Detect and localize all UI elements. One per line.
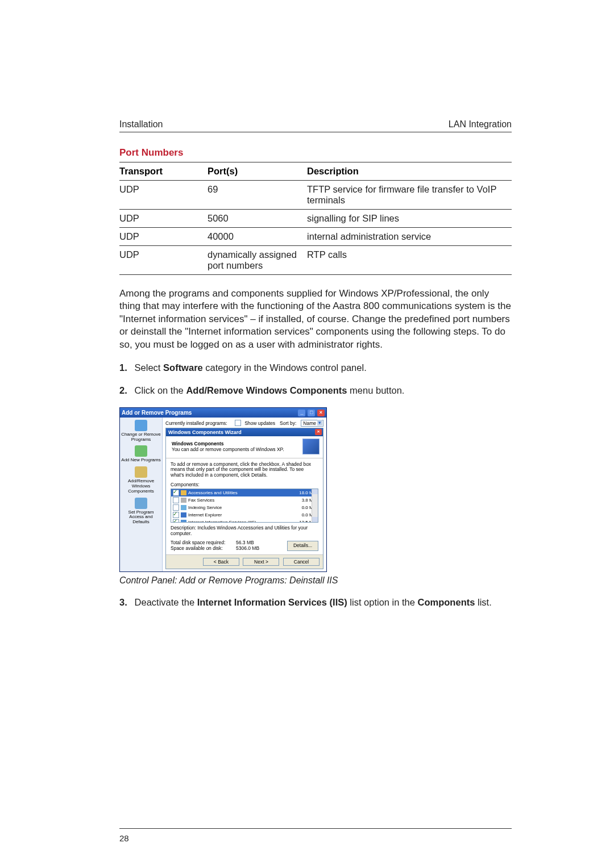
page-footer: 28 — [119, 828, 512, 843]
table-header: Transport — [119, 162, 208, 181]
list-item-label: Internet Explorer — [188, 512, 222, 518]
checkbox-icon[interactable] — [173, 504, 179, 511]
cell: TFTP service for firmware file transfer … — [307, 181, 512, 210]
back-button[interactable]: < Back — [203, 558, 239, 566]
cell: 5060 — [208, 210, 307, 228]
sortby-label: Sort by: — [280, 420, 296, 426]
show-updates-checkbox[interactable] — [235, 420, 241, 426]
list-item[interactable]: Indexing Service 0.0 MB — [171, 504, 318, 511]
fax-icon — [181, 498, 186, 503]
step-text: list option in the — [347, 597, 418, 607]
step-text: category in the Windows control panel. — [203, 362, 367, 373]
wizard-titlebar[interactable]: Windows Components Wizard × — [166, 428, 323, 436]
step-text: menu button. — [347, 385, 405, 395]
figure-caption: Control Panel: Add or Remove Programs: D… — [119, 575, 512, 586]
table-row: UDP 69 TFTP service for firmware file tr… — [119, 181, 512, 210]
checkbox-icon[interactable] — [173, 519, 179, 523]
windows-components-wizard: Windows Components Wizard × Windows Comp… — [165, 428, 323, 569]
checkbox-icon[interactable] — [173, 490, 179, 496]
header-right: LAN Integration — [449, 119, 512, 130]
close-icon[interactable]: × — [317, 410, 325, 416]
step-text: Select — [135, 362, 163, 373]
window-title: Add or Remove Programs — [122, 410, 192, 416]
cell: UDP — [119, 228, 208, 246]
show-updates-label: Show updates — [244, 420, 275, 426]
installed-label: Currently installed programs: — [165, 420, 227, 426]
arp-sidebar: Change or Remove Programs Add New Progra… — [120, 418, 163, 571]
table-row: UDP dynamically assigned port numbers RT… — [119, 246, 512, 275]
wizard-title: Windows Components Wizard — [168, 429, 242, 435]
cancel-button[interactable]: Cancel — [283, 558, 320, 566]
list-item[interactable]: Accessories and Utilities 18.0 MB — [171, 489, 318, 496]
disk-avail-label: Space available on disk: — [171, 545, 236, 551]
list-item[interactable]: Internet Explorer 0.0 MB — [171, 511, 318, 519]
scrollbar[interactable] — [312, 489, 318, 522]
sidebar-item-label: Change or Remove Programs — [121, 432, 160, 442]
next-button[interactable]: Next > — [243, 558, 279, 566]
step-bold: Software — [163, 362, 203, 373]
table-row: UDP 5060 signalling for SIP lines — [119, 210, 512, 228]
cell: 40000 — [208, 228, 307, 246]
list-item-label: Indexing Service — [188, 505, 222, 510]
folder-icon — [181, 490, 186, 495]
ie-icon — [181, 512, 186, 518]
add-remove-programs-window: Add or Remove Programs _ □ × Change or R… — [119, 407, 327, 572]
wizard-banner: Windows Components You can add or remove… — [166, 436, 323, 458]
wizard-banner-sub: You can add or remove components of Wind… — [172, 446, 284, 452]
components-icon — [135, 466, 147, 478]
step-2: Click on the Add/Remove Windows Componen… — [119, 384, 512, 397]
iis-icon — [181, 520, 186, 523]
step-text: Click on the — [135, 385, 186, 395]
components-label: Components: — [171, 482, 318, 487]
list-item-label: Fax Services — [188, 498, 214, 503]
minimize-icon[interactable]: _ — [298, 410, 305, 416]
table-header: Port(s) — [208, 162, 307, 181]
programs-icon — [135, 420, 147, 431]
wizard-icon — [302, 439, 320, 454]
list-item[interactable]: Fax Services 3.8 MB — [171, 496, 318, 504]
checkbox-icon[interactable] — [173, 497, 179, 503]
list-item-label: Internet Information Services (IIS) — [188, 520, 256, 523]
page-number: 28 — [119, 833, 129, 843]
cell: internal administration service — [307, 228, 512, 246]
list-item[interactable]: Internet Information Services (IIS) 13.5… — [171, 519, 318, 523]
sidebar-item-change-remove[interactable]: Change or Remove Programs — [121, 420, 161, 443]
sidebar-item-label: Add/Remove Windows Components — [128, 478, 154, 494]
disk-req-label: Total disk space required: — [171, 540, 236, 545]
sidebar-item-program-access[interactable]: Set Program Access and Defaults — [121, 498, 161, 525]
sidebar-item-windows-components[interactable]: Add/Remove Windows Components — [121, 466, 161, 494]
header-left: Installation — [119, 119, 163, 130]
add-icon — [135, 445, 147, 457]
sortby-select[interactable]: Name — [301, 420, 323, 427]
cell: signalling for SIP lines — [307, 210, 512, 228]
cell: dynamically assigned port numbers — [208, 246, 307, 275]
details-button[interactable]: Details... — [287, 541, 318, 551]
section-title: Port Numbers — [119, 147, 512, 158]
defaults-icon — [135, 498, 147, 509]
step-1: Select Software category in the Windows … — [119, 361, 512, 374]
checkbox-icon[interactable] — [173, 512, 179, 518]
sidebar-item-label: Add New Programs — [121, 457, 160, 462]
list-item-label: Accessories and Utilities — [188, 490, 238, 495]
disk-avail-value: 5306.0 MB — [236, 545, 259, 551]
step-bold: Internet Information Services (IIS) — [197, 597, 347, 607]
components-list[interactable]: Accessories and Utilities 18.0 MB Fax Se… — [171, 489, 318, 523]
port-numbers-table: Transport Port(s) Description UDP 69 TFT… — [119, 162, 512, 275]
desc-label: Description: — [171, 525, 196, 531]
cell: 69 — [208, 181, 307, 210]
maximize-icon[interactable]: □ — [308, 410, 315, 416]
window-titlebar[interactable]: Add or Remove Programs _ □ × — [120, 408, 326, 418]
wizard-description: Description: Includes Windows Accessorie… — [171, 525, 318, 536]
close-icon[interactable]: × — [315, 429, 322, 435]
table-row: UDP 40000 internal administration servic… — [119, 228, 512, 246]
index-icon — [181, 505, 186, 510]
wizard-banner-title: Windows Components — [172, 441, 224, 446]
intro-paragraph: Among the programs and components suppli… — [119, 287, 512, 351]
step-bold: Components — [418, 597, 475, 607]
figure-add-remove-programs: Add or Remove Programs _ □ × Change or R… — [119, 407, 326, 572]
table-header: Description — [307, 162, 512, 181]
sidebar-item-add-new[interactable]: Add New Programs — [121, 445, 161, 463]
running-header: Installation LAN Integration — [119, 119, 512, 132]
step-text: Deactivate the — [135, 597, 197, 607]
cell: RTP calls — [307, 246, 512, 275]
